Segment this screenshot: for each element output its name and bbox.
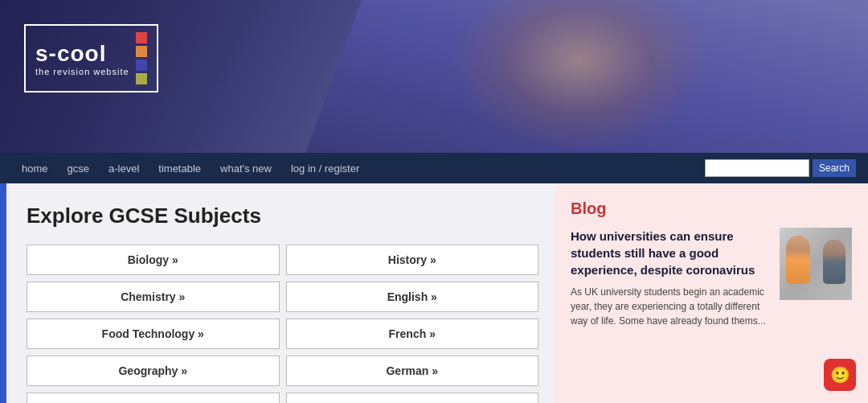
subject-pe[interactable]: PE » [286,393,539,403]
search-input[interactable] [705,159,809,177]
subjects-grid: Biology » History » Chemistry » English … [27,245,538,403]
navbar: home gcse a-level timetable what's new l… [0,153,868,183]
color-block-3 [136,60,147,71]
nav-alevel[interactable]: a-level [99,153,149,183]
blog-post: How universities can ensure students sti… [571,228,852,328]
logo-main-text: s-cool [35,41,129,67]
blog-post-excerpt: As UK university students begin an acade… [571,285,770,328]
subject-biology[interactable]: Biology » [27,245,280,275]
color-block-4 [136,73,147,84]
left-accent-bar [0,183,6,403]
nav-timetable[interactable]: timetable [149,153,211,183]
subject-german[interactable]: German » [286,356,539,386]
main-content: Explore GCSE Subjects Biology » History … [6,183,555,403]
logo-color-blocks [136,32,147,84]
nav-gcse[interactable]: gcse [58,153,99,183]
chat-icon[interactable]: 🙂 [824,359,856,391]
logo-sub-text: the revision website [35,67,129,76]
blog-label: Blog [571,199,852,218]
color-block-1 [136,32,147,43]
color-block-2 [136,46,147,57]
subject-french[interactable]: French » [286,319,539,349]
search-button[interactable]: Search [813,159,856,177]
subject-history[interactable]: History » [286,245,539,275]
blog-post-title[interactable]: How universities can ensure students sti… [571,228,770,278]
subject-maths[interactable]: Maths » [27,393,280,403]
nav-whatsnew[interactable]: what's new [211,153,281,183]
header: s-cool the revision website [0,0,868,153]
nav-login[interactable]: log in / register [281,153,369,183]
subject-geography[interactable]: Geography » [27,356,280,386]
blog-sidebar: Blog How universities can ensure student… [555,183,868,403]
content-wrapper: Explore GCSE Subjects Biology » History … [0,183,868,403]
logo-box[interactable]: s-cool the revision website [24,24,158,93]
header-person-image [450,0,707,153]
subject-food-technology[interactable]: Food Technology » [27,319,280,349]
search-form: Search [705,159,856,177]
subject-english[interactable]: English » [286,282,539,312]
logo-text: s-cool the revision website [35,41,129,76]
blog-post-image [780,228,852,300]
blog-text: How universities can ensure students sti… [571,228,770,328]
section-title: Explore GCSE Subjects [27,204,538,228]
subject-chemistry[interactable]: Chemistry » [27,282,280,312]
nav-home[interactable]: home [12,153,58,183]
